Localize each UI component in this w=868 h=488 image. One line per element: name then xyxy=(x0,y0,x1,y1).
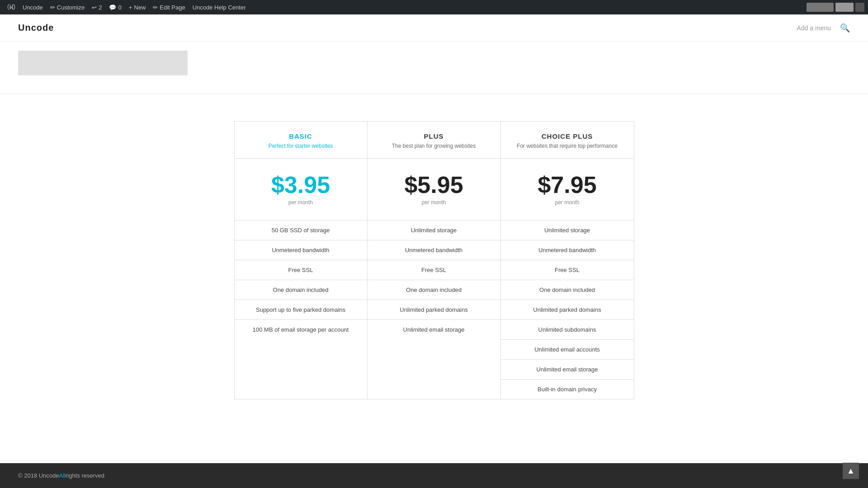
card-price-section-choice-plus: $7.95 per month xyxy=(501,159,634,221)
top-image-placeholder xyxy=(18,51,188,75)
pricing-section: BASIC Perfect for starter websites $3.95… xyxy=(0,94,868,427)
feature-plus-3: Free SSL xyxy=(368,260,500,280)
comments-btn[interactable]: 💬 0 xyxy=(105,0,125,14)
plan-price-choice-plus: $7.95 xyxy=(510,173,625,197)
plan-subtitle-basic: Perfect for starter websites xyxy=(244,143,358,149)
feature-cp-4: One domain included xyxy=(501,280,634,300)
feature-basic-4: One domain included xyxy=(235,280,367,300)
feature-cp-7: Unlimited email accounts xyxy=(501,340,634,360)
plan-name-choice-plus: CHOICE PLUS xyxy=(510,132,625,140)
admin-avatar3 xyxy=(855,3,864,12)
site-name-label: Uncode xyxy=(23,4,43,11)
card-header-choice-plus: CHOICE PLUS For websites that require to… xyxy=(501,122,634,159)
feature-plus-2: Unmetered bandwidth xyxy=(368,240,500,260)
plan-price-basic: $3.95 xyxy=(244,173,358,197)
add-menu-link[interactable]: Add a menu xyxy=(797,24,831,32)
feature-basic-3: Free SSL xyxy=(235,260,367,280)
feature-basic-1: 50 GB SSD of storage xyxy=(235,221,367,240)
feature-basic-6: 100 MB of email storage per account xyxy=(235,320,367,339)
feature-cp-6: Unlimited subdomains xyxy=(501,320,634,340)
plan-subtitle-plus: The best plan for growing websites xyxy=(377,143,491,149)
pricing-card-plus: PLUS The best plan for growing websites … xyxy=(368,121,501,399)
page-wrapper: Uncode Add a menu 🔍 BASIC Perfect for st… xyxy=(0,14,868,488)
card-header-plus: PLUS The best plan for growing websites xyxy=(368,122,500,159)
feature-plus-6: Unlimited email storage xyxy=(368,320,500,339)
plan-period-choice-plus: per month xyxy=(510,199,625,206)
footer-highlight: All xyxy=(59,472,66,479)
feature-plus-1: Unlimited storage xyxy=(368,221,500,240)
feature-plus-5: Unlimited parked domains xyxy=(368,300,500,320)
spacer xyxy=(0,427,868,463)
nav-right: Add a menu 🔍 xyxy=(797,23,850,33)
feature-plus-4: One domain included xyxy=(368,280,500,300)
feature-cp-8: Unlimited email storage xyxy=(501,360,634,380)
revisions-count: 2 xyxy=(99,4,102,11)
card-price-section-basic: $3.95 per month xyxy=(235,159,367,221)
footer-copyright: © 2018 Uncode xyxy=(18,472,59,479)
comments-count: 0 xyxy=(118,4,121,11)
feature-cp-2: Unmetered bandwidth xyxy=(501,240,634,260)
help-center-label: Uncode Help Center xyxy=(193,4,246,11)
site-logo: Uncode xyxy=(18,23,54,33)
admin-avatar2 xyxy=(835,3,854,12)
feature-cp-1: Unlimited storage xyxy=(501,221,634,240)
top-navigation: Uncode Add a menu 🔍 xyxy=(0,14,868,42)
site-name-admin[interactable]: Uncode xyxy=(19,0,47,14)
search-icon[interactable]: 🔍 xyxy=(840,23,850,33)
edit-page-btn[interactable]: ✏ Edit Page xyxy=(149,0,189,14)
feature-cp-3: Free SSL xyxy=(501,260,634,280)
customize-icon: ✏ xyxy=(50,4,55,11)
card-header-basic: BASIC Perfect for starter websites xyxy=(235,122,367,159)
top-image-area xyxy=(0,42,868,75)
scroll-top-button[interactable]: ▲ xyxy=(843,463,859,479)
footer-suffix: rights reserved xyxy=(66,472,104,479)
revisions-icon: ↩ xyxy=(92,4,97,11)
customize-label: Customize xyxy=(57,4,85,11)
feature-cp-9: Built-in domain privacy xyxy=(501,380,634,399)
new-icon: + xyxy=(129,4,132,11)
wp-icon: 🄦 xyxy=(7,3,15,12)
feature-basic-5: Support up to five parked domains xyxy=(235,300,367,320)
edit-page-label: Edit Page xyxy=(160,4,185,11)
plan-period-basic: per month xyxy=(244,199,358,206)
edit-icon: ✏ xyxy=(153,4,158,11)
scroll-top-icon: ▲ xyxy=(847,466,855,476)
plan-name-plus: PLUS xyxy=(377,132,491,140)
comments-icon: 💬 xyxy=(109,4,116,11)
plan-subtitle-choice-plus: For websites that require top performanc… xyxy=(510,143,625,149)
customize-btn[interactable]: ✏ Customize xyxy=(47,0,88,14)
feature-basic-2: Unmetered bandwidth xyxy=(235,240,367,260)
new-label: New xyxy=(134,4,146,11)
plan-name-basic: BASIC xyxy=(244,132,358,140)
page-footer: © 2018 Uncode All rights reserved xyxy=(0,463,868,488)
pricing-card-choice-plus: CHOICE PLUS For websites that require to… xyxy=(501,121,634,399)
admin-avatar xyxy=(807,3,834,12)
wp-logo[interactable]: 🄦 xyxy=(4,0,19,14)
plan-price-plus: $5.95 xyxy=(377,173,491,197)
card-price-section-plus: $5.95 per month xyxy=(368,159,500,221)
revisions-btn[interactable]: ↩ 2 xyxy=(88,0,105,14)
plan-period-plus: per month xyxy=(377,199,491,206)
admin-bar: 🄦 Uncode ✏ Customize ↩ 2 💬 0 + New ✏ Edi… xyxy=(0,0,868,14)
admin-bar-right xyxy=(807,3,864,12)
help-center-btn[interactable]: Uncode Help Center xyxy=(189,0,250,14)
feature-cp-5: Unlimited parked domains xyxy=(501,300,634,320)
new-btn[interactable]: + New xyxy=(125,0,150,14)
pricing-card-basic: BASIC Perfect for starter websites $3.95… xyxy=(234,121,368,399)
